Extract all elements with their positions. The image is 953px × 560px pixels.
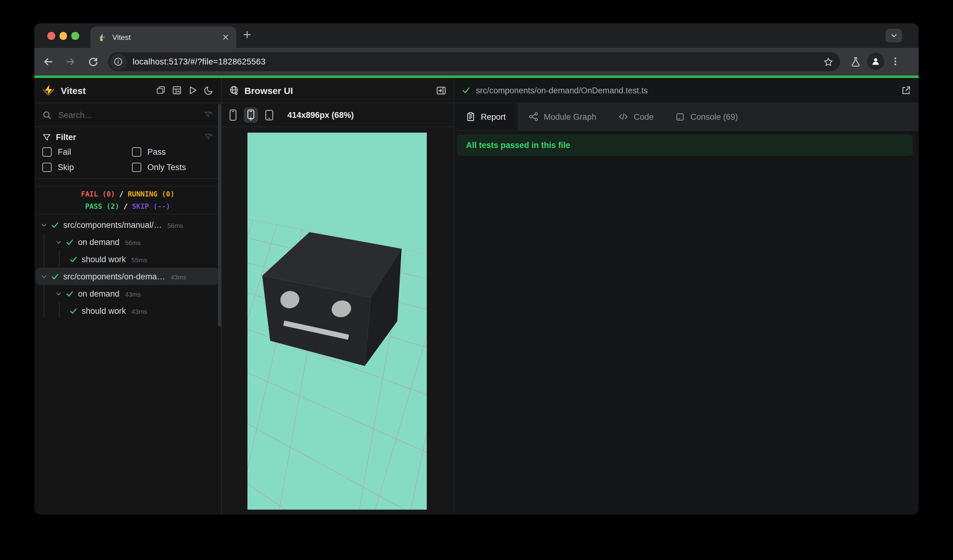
vitest-logo-icon xyxy=(42,84,55,97)
collapse-windows-icon[interactable] xyxy=(156,85,166,95)
browser-toolbar: localhost:5173/#/?file=1828625563 xyxy=(34,48,919,76)
external-link-icon[interactable] xyxy=(901,85,911,96)
filter-title: Filter xyxy=(56,133,76,142)
pass-check-icon xyxy=(66,290,74,298)
tree-row-file-on-demand[interactable]: src/components/on-dema… 43ms xyxy=(36,268,219,285)
pass-check-icon xyxy=(69,307,78,315)
filter-option-only-tests[interactable]: Only Tests xyxy=(132,163,213,172)
summary-line-1: FAIL (0) / RUNNING (0) xyxy=(34,188,221,200)
code-icon xyxy=(618,112,628,122)
back-icon[interactable] xyxy=(43,56,53,67)
pass-check-icon xyxy=(66,238,74,246)
tab-title: Vitest xyxy=(112,33,131,42)
test-explorer-sidebar: Vitest xyxy=(34,78,222,515)
checkbox-fail[interactable] xyxy=(42,147,51,157)
filter-icon xyxy=(42,133,51,141)
filter-option-pass[interactable]: Pass xyxy=(132,147,213,157)
banner-text: All tests passed in this file xyxy=(466,141,570,150)
duration-badge: 43ms xyxy=(131,306,147,315)
tree-row-suite[interactable]: on demand 43ms xyxy=(34,285,221,302)
tree-row-suite[interactable]: on demand 56ms xyxy=(34,233,221,251)
report-panel: src/components/on-demand/OnDemand.test.t… xyxy=(455,78,919,515)
sidebar-scrollbar[interactable] xyxy=(218,104,221,327)
screen: Vitest xyxy=(0,0,953,560)
device-toolbar: 414x896px (68%) xyxy=(222,103,454,127)
all-tests-passed-banner: All tests passed in this file xyxy=(457,135,913,156)
pass-check-icon xyxy=(51,272,59,280)
tree-row-test[interactable]: should work 55ms xyxy=(34,251,221,268)
search-input[interactable] xyxy=(57,110,198,120)
duration-badge: 55ms xyxy=(131,255,147,264)
tab-module-graph[interactable]: Module Graph xyxy=(517,103,607,130)
minimize-window-button[interactable] xyxy=(59,32,67,40)
tab-vitest[interactable]: Vitest xyxy=(90,26,236,48)
forward-icon[interactable] xyxy=(65,56,76,67)
filter-panel: Filter Fail Pass xyxy=(34,127,221,179)
checkbox-pass[interactable] xyxy=(132,147,141,157)
zoom-window-button[interactable] xyxy=(71,32,79,40)
site-info-icon[interactable] xyxy=(110,53,126,70)
open-panel-right-icon[interactable] xyxy=(436,85,446,96)
close-window-button[interactable] xyxy=(47,32,55,40)
device-phone-plus-icon[interactable] xyxy=(244,107,258,123)
sidebar-title: Vitest xyxy=(61,85,86,96)
profile-avatar[interactable] xyxy=(867,53,884,70)
tab-strip: Vitest xyxy=(34,23,919,48)
duration-badge: 56ms xyxy=(125,237,141,246)
search-icon xyxy=(42,110,51,119)
console-icon xyxy=(676,112,685,121)
favicon-vitest-icon xyxy=(98,33,107,42)
dark-mode-moon-icon[interactable] xyxy=(204,85,214,95)
report-tab-bar: Report Module Graph xyxy=(455,103,919,131)
duration-badge: 43ms xyxy=(171,272,186,281)
pass-check-icon xyxy=(69,255,78,263)
clear-search-filter-icon[interactable] xyxy=(204,110,213,119)
chevron-down-icon[interactable] xyxy=(40,221,47,228)
module-graph-icon xyxy=(528,112,538,122)
search-bar xyxy=(34,103,221,127)
checkbox-skip[interactable] xyxy=(42,163,51,172)
preview-title: Browser UI xyxy=(244,85,293,96)
bookmark-star-icon[interactable] xyxy=(823,57,833,67)
url-bar[interactable]: localhost:5173/#/?file=1828625563 xyxy=(108,52,840,71)
tab-search-chevron-button[interactable] xyxy=(885,29,902,42)
menu-dots-icon[interactable] xyxy=(890,56,900,66)
report-clipboard-icon xyxy=(466,112,475,122)
viewport-size-label[interactable]: 414x896px (68%) xyxy=(287,110,354,119)
tab-code[interactable]: Code xyxy=(607,103,665,130)
file-pass-check-icon xyxy=(462,86,470,95)
chevron-down-icon[interactable] xyxy=(40,273,47,280)
summary-line-2: PASS (2) / SKIP (--) xyxy=(34,200,221,213)
run-all-icon[interactable] xyxy=(188,85,198,95)
globe-icon xyxy=(229,85,239,95)
test-progress-bar xyxy=(34,76,919,78)
tab-close-icon[interactable] xyxy=(222,34,229,40)
sidebar-header-actions xyxy=(156,85,214,95)
clear-filters-icon[interactable] xyxy=(204,133,213,142)
pass-check-icon xyxy=(51,221,59,229)
browser-window: Vitest xyxy=(34,23,919,515)
threejs-robot-scene xyxy=(247,133,427,510)
chevron-down-icon[interactable] xyxy=(55,290,62,297)
chevron-down-icon[interactable] xyxy=(55,239,62,245)
checkbox-only-tests[interactable] xyxy=(132,163,141,172)
duration-badge: 56ms xyxy=(167,220,183,229)
test-iframe-viewport[interactable] xyxy=(247,133,427,510)
vitest-ui-page: Vitest xyxy=(34,78,919,515)
tab-report[interactable]: Report xyxy=(455,103,517,130)
filter-option-skip[interactable]: Skip xyxy=(42,163,132,172)
reload-icon[interactable] xyxy=(88,56,98,67)
new-tab-button[interactable] xyxy=(242,30,252,39)
preview-header: Browser UI xyxy=(222,78,454,103)
tab-console[interactable]: Console (69) xyxy=(665,103,749,130)
filter-option-fail[interactable]: Fail xyxy=(42,147,132,157)
tree-row-file-manual[interactable]: src/components/manual/… 56ms xyxy=(34,216,221,233)
test-summary: FAIL (0) / RUNNING (0) PASS (2) / SKIP (… xyxy=(34,186,221,214)
url-text: localhost:5173/#/?file=1828625563 xyxy=(133,57,265,66)
report-header: src/components/on-demand/OnDemand.test.t… xyxy=(455,78,919,103)
device-phone-small-icon[interactable] xyxy=(229,109,237,121)
tree-row-test[interactable]: should work 43ms xyxy=(34,302,221,319)
device-tablet-icon[interactable] xyxy=(265,109,274,121)
experiments-flask-icon[interactable] xyxy=(851,56,861,67)
dashboard-icon[interactable] xyxy=(172,85,182,95)
